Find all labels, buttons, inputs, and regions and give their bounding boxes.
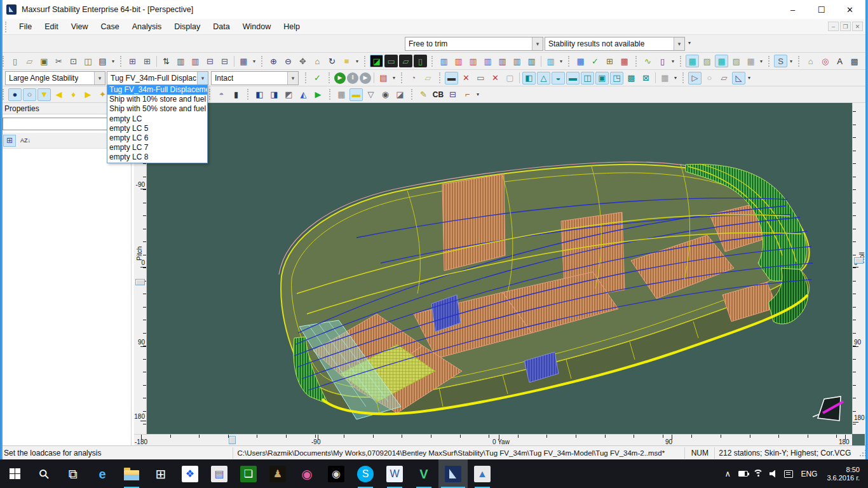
taskbar-viewer-app[interactable]: ◉ [322,459,351,488]
perspective-viewport[interactable] [147,103,852,434]
key-curve-icon[interactable]: ⌐ [461,88,474,101]
show-surfaces-icon[interactable]: ◧ [522,72,536,85]
taskbar-edge[interactable]: e [88,459,117,488]
color-scheme-icon[interactable]: ◎ [818,55,832,67]
frame-grid-icon[interactable]: ▦ [335,88,348,101]
lamp-icon[interactable]: ♦ [67,88,80,101]
move-row-down-icon[interactable]: ⊟ [218,55,231,67]
toolbar-grip[interactable] [401,72,403,83]
yaw-ruler[interactable]: -180-900 Yaw90180 [134,434,852,445]
taskbar-dropbox[interactable]: ❖ [175,459,205,488]
shape-tools-caret[interactable]: ▾ [746,75,752,81]
plan-view-icon[interactable]: ▭ [384,55,398,67]
surface-labels-icon[interactable]: ▨ [729,55,743,67]
tank-starboard-icon[interactable]: ◨ [268,88,281,101]
taskbar-file-explorer[interactable] [117,459,146,488]
ruler-roll-slider[interactable] [854,257,864,264]
trim-tool-icon[interactable]: ▱ [717,72,731,85]
language-indicator[interactable]: ENG [796,470,822,478]
home-window-icon[interactable]: ⌂ [804,55,817,67]
battery-icon[interactable] [735,459,750,488]
wifi-icon[interactable] [750,459,766,488]
sectional-fan-icon[interactable]: ◔ [407,72,420,85]
toolbar-grip[interactable] [682,72,685,83]
tank-calibration-icon[interactable]: ▥ [510,55,524,67]
chevron-down-icon[interactable]: ▾ [532,37,543,50]
delete-column-icon[interactable]: ▥ [189,55,202,67]
solid-fill-icon[interactable]: ▬ [445,72,458,85]
clock[interactable]: 8:50 3.6.2016 г. [822,466,865,482]
ruler-yaw-slider[interactable] [229,436,236,444]
section-dome-icon[interactable]: ◓ [215,88,228,101]
menu-analysis[interactable]: Analysis [126,20,168,34]
specified-conditions-icon[interactable]: ▥ [544,55,557,67]
loadcase-option[interactable]: Ship with 50% store and fuel [107,104,207,114]
fill-tank-icon[interactable]: ▬ [349,88,363,101]
taskbar-v-app[interactable]: V [409,459,438,488]
assign-criteria-icon[interactable]: ✓ [311,72,324,85]
toolbar-overflow-caret[interactable]: ▾ [688,40,691,46]
edit-table-icon[interactable]: ▦ [237,55,250,67]
menu-data[interactable]: Data [207,20,236,34]
dashed-box-icon[interactable]: ▢ [503,72,517,85]
zoom-in-icon[interactable]: ⊕ [267,55,280,67]
mdi-close-button[interactable]: ✕ [852,22,863,31]
run-tools-caret[interactable]: ▾ [391,75,397,81]
condition-combo[interactable]: Intact ▾ [211,71,299,85]
chevron-down-icon[interactable]: ▾ [287,72,298,85]
taskbar-solitaire[interactable]: ❏ [234,459,263,488]
cut-icon[interactable]: ✂ [52,55,65,67]
taskbar-photos[interactable]: ▲ [468,459,497,488]
downflood-point-icon[interactable]: ◭ [297,88,310,101]
render-mode-icon[interactable]: S [774,55,787,67]
toolbar-grip[interactable] [439,72,442,83]
start-analysis-icon[interactable]: ▶ [334,72,346,84]
move-row-up-icon[interactable]: ⊟ [203,55,217,67]
floodable-length-icon[interactable]: ▥ [481,55,494,67]
loadcase-option[interactable]: Ship with 10% store and fuel [107,95,207,104]
perspective-view-icon[interactable]: ◪ [370,55,383,67]
analysis-tools-caret[interactable]: ▾ [558,58,564,64]
toolbar-grip[interactable] [635,56,638,67]
tank-port-icon[interactable]: ◧ [253,88,266,101]
save-file-icon[interactable]: ▣ [37,55,51,67]
insert-row-above-icon[interactable]: ⊞ [126,55,139,67]
chevron-down-icon[interactable]: ▾ [674,37,684,50]
toolbar-grip[interactable] [431,56,434,67]
rotate-view-icon[interactable]: ↻ [325,55,339,67]
menu-file[interactable]: File [13,20,38,34]
net-display-icon[interactable]: ▦ [715,55,728,67]
curve-of-areas-icon[interactable]: ∿ [641,55,654,67]
probabilistic-damage-icon[interactable]: ▥ [525,55,538,67]
display-tools-caret[interactable]: ▾ [672,75,679,81]
toolbar-grip[interactable] [261,56,264,67]
taskbar-store[interactable]: ⊞ [146,459,175,488]
waterline-mark-icon[interactable]: ⊟ [446,88,459,101]
ruler-pitch-slider[interactable] [135,279,145,285]
toolbar-grip[interactable] [120,56,123,67]
table-format-icon[interactable]: ▩ [848,55,861,67]
font-icon[interactable]: A [833,55,846,67]
taskbar-task-view[interactable]: ⧉ [58,459,88,488]
mirror-tank-icon[interactable]: ◪ [393,88,407,101]
paste-icon[interactable]: ◫ [81,55,95,67]
orbit-sphere-icon[interactable]: ● [8,88,22,101]
maximize-button[interactable]: ☐ [807,0,836,19]
chevron-down-icon[interactable]: ▾ [197,72,208,85]
pan-icon[interactable]: ✥ [296,55,309,67]
loadcase-combo[interactable]: Tug FV_34m-Full Displacer ▾ [107,71,208,85]
toolbar-grip[interactable] [3,56,5,67]
input-table-icon[interactable]: ▦ [574,55,587,67]
measure-tools-caret[interactable]: ▾ [475,92,481,97]
grid-tools-caret[interactable]: ▾ [758,58,764,64]
toolbar-grip[interactable] [568,56,571,67]
show-solid-icon[interactable]: ▣ [595,72,609,85]
show-datum-icon[interactable]: ▬ [566,72,580,85]
menu-edit[interactable]: Edit [38,20,65,34]
loadcase-option[interactable]: empty LC 5 [107,124,207,133]
toolbar-grip[interactable] [768,56,771,67]
tank-tray-icon[interactable]: ▱ [421,72,435,85]
zoom-out-icon[interactable]: ⊖ [281,55,295,67]
toolbar-grip[interactable] [329,89,332,100]
menu-window[interactable]: Window [236,20,277,34]
